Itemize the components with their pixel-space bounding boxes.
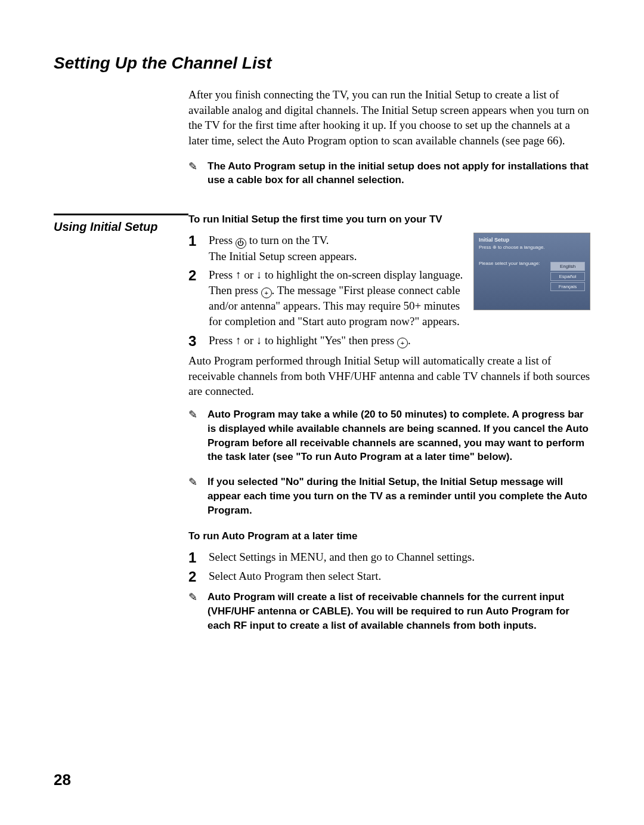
step-number: 1: [188, 549, 209, 565]
note-auto-program-per-input: Auto Program will create a list of recei…: [188, 590, 590, 632]
step-number: 3: [188, 333, 209, 348]
up-arrow-icon: [236, 268, 242, 281]
auto-program-description: Auto Program performed through Initial S…: [188, 353, 590, 399]
page-title: Setting Up the Channel List: [54, 54, 590, 73]
subheading-run-initial-setup: To run Initial Setup the first time you …: [188, 214, 590, 225]
note-selected-no: If you selected "No" during the Initial …: [188, 475, 590, 517]
step-number: 2: [188, 267, 209, 283]
step-text: Press: [209, 268, 236, 281]
screen-instruction: Press ⊕ to choose a language.: [479, 245, 585, 250]
step-text: Select Auto Program then select Start.: [209, 568, 590, 584]
language-option-espanol: Español: [550, 272, 585, 281]
screen-prompt: Please select your language:: [479, 261, 543, 266]
screen-title: Initial Setup: [479, 237, 585, 243]
power-icon: ⏻: [236, 238, 246, 249]
step-text: .: [408, 334, 411, 347]
step-text: Press: [209, 234, 236, 246]
language-option-english: English: [550, 262, 585, 271]
step-number: 2: [188, 568, 209, 584]
step-number: 1: [188, 233, 209, 248]
later-step-1: 1 Select Settings in MENU, and then go t…: [188, 549, 590, 565]
step-text: Select Settings in MENU, and then go to …: [209, 549, 590, 565]
step-text: or: [241, 334, 256, 347]
step-text: Press: [209, 334, 236, 347]
intro-paragraph: After you finish connecting the TV, you …: [188, 87, 590, 149]
step-3: 3 Press or to highlight "Yes" then press…: [188, 333, 590, 348]
later-step-2: 2 Select Auto Program then select Start.: [188, 568, 590, 584]
section-using-initial-setup: Using Initial Setup To run Initial Setup…: [54, 214, 590, 644]
note-auto-program-duration: Auto Program may take a while (20 to 50 …: [188, 407, 590, 464]
page-number: 28: [54, 771, 71, 789]
step-text: to turn on the TV.: [249, 234, 329, 246]
down-arrow-icon: [256, 334, 262, 347]
step-text: to highlight "Yes" then press: [262, 334, 397, 347]
enter-icon: +: [261, 288, 272, 298]
side-heading: Using Initial Setup: [54, 220, 188, 234]
language-option-francais: Français: [550, 282, 585, 291]
initial-setup-screenshot: Initial Setup Press ⊕ to choose a langua…: [473, 233, 590, 310]
step-1: 1 Press ⏻ to turn on the TV. The Initial…: [188, 233, 464, 264]
enter-icon: +: [397, 338, 408, 348]
step-text: The Initial Setup screen appears.: [209, 250, 357, 262]
step-2: 2 Press or to highlight the on-screen di…: [188, 267, 464, 329]
step-text: or: [241, 268, 256, 281]
note-auto-program-cablebox: The Auto Program setup in the initial se…: [188, 159, 590, 188]
up-arrow-icon: [236, 334, 242, 347]
down-arrow-icon: [256, 268, 262, 281]
subheading-run-later: To run Auto Program at a later time: [188, 530, 590, 542]
